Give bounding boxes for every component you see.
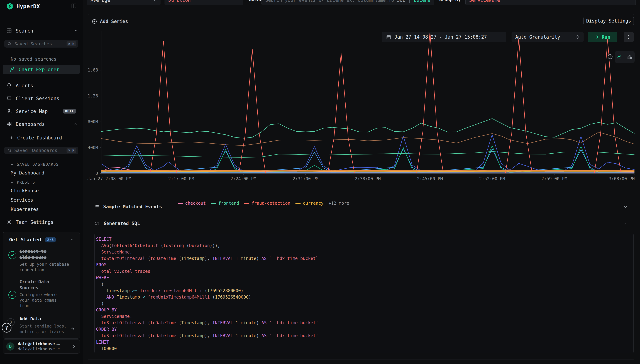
arrow-right-icon[interactable]: [70, 326, 75, 331]
chart-series-currency: [101, 172, 634, 172]
avatar: D: [6, 342, 15, 350]
sql-code-block[interactable]: SELECT AVG(toFloat64OrDefault (toString …: [95, 234, 633, 353]
get-started-step[interactable]: Connect to ClickHouse: [20, 248, 73, 260]
sql-line: toStartOfInterval (toDateTime (Timestamp…: [96, 332, 633, 339]
step-title: Create Data Sources: [20, 279, 70, 291]
chart-legend: checkoutfrontendfraud-detectioncurrency+…: [178, 200, 349, 206]
presets-section-header[interactable]: PRESETS: [10, 180, 35, 184]
logo[interactable]: HyperDX: [7, 2, 40, 10]
sidebar-item-label: Search: [16, 28, 33, 34]
sample-events-label: Sample Matched Events: [103, 204, 162, 209]
chart-series: [101, 152, 634, 157]
chevron-up-icon[interactable]: [623, 221, 628, 226]
step-desc: Configure where your data comes from: [20, 292, 68, 308]
chart-series-frontend: [101, 118, 634, 138]
legend-item[interactable]: currency: [295, 201, 324, 206]
plus-circle-icon: [92, 19, 97, 24]
sidebar-item-label: Alerts: [16, 83, 33, 88]
user-menu[interactable]: D dale@clickhouse.… dale@clickhouse.c…: [3, 339, 80, 354]
chevron-down-icon: [10, 162, 14, 166]
dashboards-icon: [7, 122, 12, 127]
list-icon: [94, 204, 99, 209]
sidebar-item-clickhouse[interactable]: ClickHouse: [11, 188, 39, 194]
user-email: dale@clickhouse.c…: [18, 346, 69, 352]
group-by-input[interactable]: ServiceName: [465, 0, 636, 5]
sql-line: LIMIT: [96, 339, 633, 346]
chart-series: [101, 132, 634, 146]
where-label: WHERE: [249, 0, 262, 2]
help-button[interactable]: ?: [2, 323, 12, 332]
search-query-input[interactable]: Search your events w/ Lucene ex: columnN…: [262, 0, 434, 5]
create-dashboard-button[interactable]: Create Dashboard: [9, 135, 62, 140]
sidebar-item-label: Client Sessions: [16, 96, 59, 101]
saved-dashboards-input[interactable]: [14, 148, 64, 153]
sql-line: WHERE: [96, 274, 633, 281]
sample-events-header[interactable]: Sample Matched Events: [94, 204, 162, 209]
sidebar-item-client-sessions[interactable]: Client Sessions: [0, 94, 83, 103]
generated-sql-header[interactable]: Generated SQL: [94, 221, 140, 226]
language-toggle[interactable]: SQL | Lucene: [397, 0, 430, 3]
sql-line: toStartOfInterval (toDateTime (Timestamp…: [96, 255, 633, 262]
step-desc: Set up your database connection: [20, 262, 77, 273]
display-settings-button[interactable]: Display Settings: [583, 17, 634, 25]
legend-item[interactable]: checkout: [178, 201, 206, 206]
sidebar-item-team-settings[interactable]: Team Settings: [0, 218, 83, 227]
legend-more-link[interactable]: +12 more: [329, 201, 349, 206]
chart-series-fraud-detection: [101, 32, 634, 173]
x-axis-tick: 2:52:00 PM: [479, 176, 505, 181]
get-started-step[interactable]: Create Data Sources: [20, 279, 70, 291]
user-name: dale@clickhouse.…: [18, 341, 69, 346]
get-started-header[interactable]: Get Started 2/3: [9, 237, 56, 242]
plus-icon: [9, 136, 14, 140]
sidebar-item-label: Dashboards: [16, 122, 45, 127]
sidebar-item-search[interactable]: Search: [0, 26, 83, 36]
service-map-icon: [7, 108, 12, 114]
legend-label: fraud-detection: [252, 201, 290, 206]
chart-explorer-panel: Add Series Display Settings Jan 27 14:08…: [88, 14, 634, 364]
lang-sql[interactable]: SQL: [397, 0, 405, 3]
shortcut-badge: ⌘ K: [67, 148, 76, 153]
legend-item[interactable]: fraud-detection: [244, 201, 290, 206]
sidebar-item-alerts[interactable]: Alerts: [0, 81, 83, 90]
sql-line: toStartOfInterval (toDateTime (Timestamp…: [96, 320, 633, 326]
get-started-title: Get Started: [9, 237, 41, 242]
lang-lucene[interactable]: Lucene: [414, 0, 430, 3]
sidebar-item-kubernetes[interactable]: Kubernetes: [11, 207, 39, 212]
sidebar-item-chart-explorer[interactable]: Chart Explorer: [3, 65, 80, 74]
sql-line: 100000: [96, 346, 633, 352]
chevron-up-icon[interactable]: [74, 28, 78, 33]
hyperdx-logo-icon: [7, 2, 13, 10]
chart-series: [101, 170, 634, 171]
get-started-step[interactable]: Add Data: [20, 316, 70, 322]
saved-searches-search[interactable]: ⌘ K: [4, 40, 78, 48]
add-series-button[interactable]: Add Series: [92, 19, 128, 24]
field-input[interactable]: Duration: [165, 0, 243, 5]
chart-series: [101, 148, 634, 172]
chevron-up-icon[interactable]: [70, 238, 74, 242]
sidebar-item-my-dashboard[interactable]: My Dashboard: [11, 170, 44, 176]
search-icon: [7, 42, 12, 46]
sidebar-item-label: Service Map: [16, 108, 48, 114]
chart-explorer-icon: [9, 67, 15, 72]
saved-searches-input[interactable]: [14, 41, 64, 47]
sidebar-item-dashboards[interactable]: Dashboards: [0, 120, 83, 129]
sidebar-item-label: Chart Explorer: [19, 67, 59, 72]
step-title: Connect to ClickHouse: [20, 248, 73, 260]
y-axis-tick: 800M: [88, 119, 98, 124]
saved-dashboards-search[interactable]: ⌘ K: [4, 146, 78, 154]
sidebar-collapse-icon[interactable]: [71, 3, 77, 8]
search-placeholder: Search your events w/ Lucene ex: columnN…: [265, 0, 394, 3]
sidebar-item-services[interactable]: Services: [11, 198, 33, 203]
saved-dashboards-section-header[interactable]: SAVED DASHBOARDS: [10, 162, 59, 166]
aggregation-select[interactable]: Average: [87, 0, 161, 5]
search-panel-icon: [7, 28, 12, 34]
chevron-up-icon[interactable]: [74, 122, 78, 126]
chevron-down-icon[interactable]: [623, 204, 628, 209]
timeseries-chart[interactable]: 1.6B1.2B800M400M0Jan 27 2:08:00 PM2:17:0…: [83, 29, 640, 182]
section-label: SAVED DASHBOARDS: [17, 162, 59, 166]
sidebar-item-service-map[interactable]: Service Map BETA: [0, 106, 83, 116]
chart-axes: [101, 31, 634, 174]
legend-item[interactable]: frontend: [211, 201, 239, 206]
x-axis-tick: 2:24:00 PM: [230, 176, 256, 181]
x-axis-tick: 2:17:00 PM: [168, 176, 194, 181]
